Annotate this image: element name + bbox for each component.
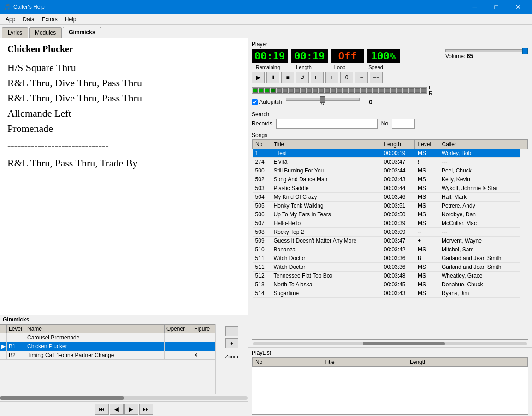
menu-item-help[interactable]: Help: [61, 15, 80, 24]
song-title: North To Alaska: [271, 280, 381, 289]
menu-item-data[interactable]: Data: [19, 15, 38, 24]
gimmick-opener: [165, 351, 192, 360]
gimmick-level: B2: [7, 351, 25, 360]
song-row[interactable]: 510Bonanza00:03:42MSMitchel, Sam: [253, 245, 528, 254]
song-row[interactable]: 274Elvira00:03:47!!---: [253, 158, 528, 166]
song-length: 00:00:19: [381, 149, 415, 158]
gimmicks-plus-button[interactable]: +: [225, 338, 238, 348]
song-length: 00:03:47: [381, 158, 415, 166]
stop-button[interactable]: ■: [281, 72, 294, 83]
no-label: No: [381, 120, 388, 127]
maximize-button[interactable]: □: [486, 0, 507, 14]
songs-table-wrapper[interactable]: No Title Length Level Caller 1_Test00:00…: [252, 139, 528, 340]
gimmick-nav-3[interactable]: ⏭: [139, 404, 153, 415]
gimmick-figure: X: [192, 351, 215, 360]
songs-hscroll[interactable]: [252, 340, 528, 347]
song-caller: Kelly, Kevin: [439, 175, 520, 184]
song-row[interactable]: 507Hello-Hello00:03:39MSMcCullar, Mac: [253, 219, 528, 228]
minimize-button[interactable]: ─: [464, 0, 485, 14]
song-length: 00:03:47: [381, 237, 415, 245]
song-row[interactable]: 511Witch Doctor00:03:36BGarland and Jean…: [253, 254, 528, 263]
progress-bar[interactable]: [252, 87, 427, 94]
autopitch-checkbox[interactable]: [252, 99, 258, 105]
volume-value: 65: [467, 53, 473, 59]
song-row[interactable]: 506Up To My Ears In Tears00:03:50MSNordb…: [253, 210, 528, 219]
song-row[interactable]: 504My Kind Of Crazy00:03:46MSHall, Mark: [253, 193, 528, 202]
song-row[interactable]: 513North To Alaska00:03:45MSDonahue, Chu…: [253, 280, 528, 289]
gimmick-row[interactable]: Carousel Promenade: [0, 333, 215, 342]
gimmick-nav-1[interactable]: ◀: [110, 404, 124, 415]
menu-item-extras[interactable]: Extras: [38, 15, 61, 24]
gimmicks-col-level: [0, 325, 7, 333]
song-title: Up To My Ears In Tears: [271, 210, 381, 219]
song-row[interactable]: 1_Test00:00:19MSWorley, Bob: [253, 149, 528, 158]
play-button[interactable]: ▶: [252, 72, 265, 83]
autopitch-track[interactable]: [286, 98, 360, 101]
gimmick-name: Chicken Plucker: [25, 342, 165, 351]
gimmicks-hscroll[interactable]: [0, 394, 248, 401]
search-row: Records No: [252, 119, 528, 129]
titlebar: 🎵 Caller's Help ─ □ ✕: [0, 0, 532, 14]
song-row[interactable]: 503Plastic Saddle00:03:44MSWykoff, Johnn…: [253, 184, 528, 193]
gimmicks-panel: Gimmicks Level Name Opener Figure: [0, 315, 248, 416]
song-caller: Garland and Jean Smith: [439, 254, 520, 263]
autopitch-slider-area: 0: [286, 98, 360, 106]
autopitch-checkbox-label[interactable]: Autopitch: [252, 99, 282, 105]
gimmick-row[interactable]: B2Timing Call 1-ohne Partner ChangeX: [0, 351, 215, 360]
repeat-button[interactable]: ↺: [296, 72, 309, 83]
song-row[interactable]: 502Song And Dance Man00:03:43MSKelly, Ke…: [253, 175, 528, 184]
song-row[interactable]: 509Guess It Doesn't Matter Any More00:03…: [253, 237, 528, 245]
playlist-col-title: Title: [321, 358, 407, 367]
gimmick-row[interactable]: ▶B1Chicken Plucker: [0, 342, 215, 351]
gimmicks-nav: ⏮◀▶⏭: [0, 401, 248, 416]
speed-minus-minus[interactable]: −−: [370, 72, 383, 83]
song-length: 00:03:42: [381, 245, 415, 254]
gimmick-nav-0[interactable]: ⏮: [95, 404, 109, 415]
tab-modules[interactable]: Modules: [29, 27, 62, 38]
gimmick-figure: [192, 342, 215, 351]
close-button[interactable]: ✕: [508, 0, 528, 14]
gimmicks-side-controls: - + Zoom: [215, 324, 248, 394]
gimmicks-table-area[interactable]: Level Name Opener Figure Carousel Promen…: [0, 324, 215, 394]
autopitch-value: 0: [363, 98, 372, 106]
song-no: 500: [253, 166, 271, 175]
speed-label: Speed: [360, 65, 392, 70]
song-row[interactable]: 511Witch Doctor00:03:36MSGarland and Jea…: [253, 263, 528, 272]
song-length: 00:03:45: [381, 280, 415, 289]
menubar: AppDataExtrasHelp: [0, 14, 532, 25]
speed-zero[interactable]: 0: [340, 72, 353, 83]
autopitch-thumb[interactable]: [320, 96, 325, 103]
gimmicks-minus-button[interactable]: -: [225, 326, 238, 336]
song-row[interactable]: 505Honky Tonk Walking00:03:51MSPetrere, …: [253, 202, 528, 210]
gimmicks-table-wrapper: Level Name Opener Figure Carousel Promen…: [0, 324, 248, 394]
tab-gimmicks[interactable]: Gimmicks: [63, 27, 101, 38]
app-icon: 🎵: [4, 4, 11, 10]
song-level: !!: [415, 158, 439, 166]
speed-plus-plus[interactable]: ++: [311, 72, 324, 83]
song-row[interactable]: 514Sugartime00:03:43MSRyans, Jim: [253, 289, 528, 298]
menu-item-app[interactable]: App: [2, 15, 19, 24]
song-row[interactable]: 500Still Burning For You00:03:44MSPeel, …: [253, 166, 528, 175]
volume-slider-track[interactable]: [445, 49, 528, 52]
song-row[interactable]: 508Rocky Top 200:03:09-----: [253, 228, 528, 237]
lyrics-title: Chicken Plucker: [7, 44, 240, 54]
tab-lyrics[interactable]: Lyrics: [2, 27, 28, 38]
song-caller: Petrere, Andy: [439, 202, 520, 210]
speed-plus[interactable]: +: [325, 72, 338, 83]
no-input[interactable]: [392, 119, 415, 129]
speed-minus[interactable]: −: [355, 72, 368, 83]
gimmick-nav-2[interactable]: ▶: [124, 404, 138, 415]
playlist-table-wrapper[interactable]: No Title Length: [252, 357, 528, 415]
lyrics-line: Allemande Left: [7, 106, 240, 121]
song-level: MS: [415, 202, 439, 210]
song-no: 509: [253, 237, 271, 245]
pause-button[interactable]: ⏸: [266, 72, 279, 83]
search-input[interactable]: [276, 119, 378, 129]
gimmick-level: [7, 333, 25, 342]
song-level: MS: [415, 149, 439, 158]
volume-slider-thumb[interactable]: [522, 48, 528, 54]
song-length: 00:03:44: [381, 166, 415, 175]
song-level: MS: [415, 245, 439, 254]
song-row[interactable]: 512Tennessee Flat Top Box00:03:48MSWheat…: [253, 272, 528, 280]
song-length: 00:03:48: [381, 272, 415, 280]
